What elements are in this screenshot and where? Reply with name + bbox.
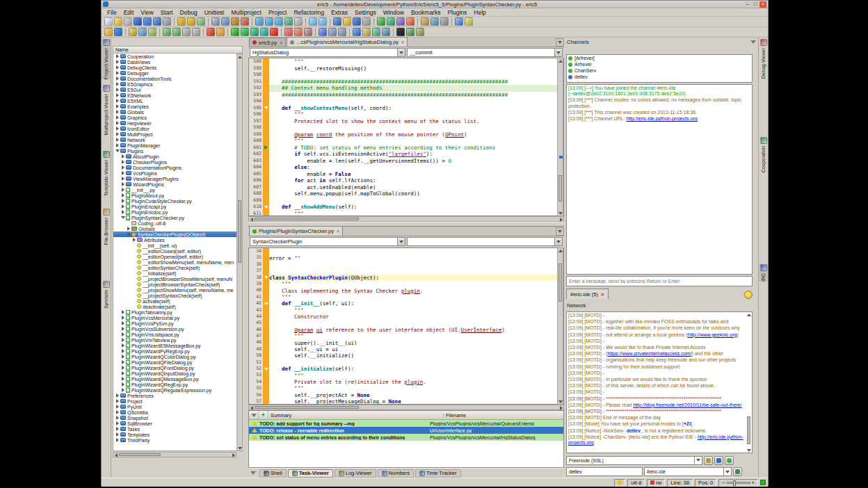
tree-expander[interactable] xyxy=(115,76,120,81)
close-project-icon[interactable] xyxy=(362,17,371,26)
menu-debug[interactable]: Debug xyxy=(177,9,201,16)
editor-tab[interactable]: Plugins/PluginSyntaxChecker.py× xyxy=(249,226,343,236)
fold-margin[interactable] xyxy=(263,124,269,131)
away-icon[interactable] xyxy=(725,456,734,465)
editor-tab[interactable]: eric5.py× xyxy=(249,38,286,47)
zoom-out-icon[interactable] xyxy=(319,17,327,26)
copy-icon[interactable] xyxy=(221,17,230,26)
tab-list-dropdown[interactable] xyxy=(556,227,564,236)
tree-item[interactable]: __editorOpened(self, editor) xyxy=(113,254,242,259)
close-icon[interactable]: × xyxy=(601,291,604,298)
tree-expander[interactable] xyxy=(120,388,125,392)
maximize-button[interactable]: □ xyxy=(752,1,759,8)
tree-expander[interactable] xyxy=(120,316,125,320)
bottom-editor-code[interactable]: 3435error = ""363738class SyntaxCheckerP… xyxy=(248,247,564,405)
fold-margin[interactable] xyxy=(263,204,269,211)
chevron-down-icon[interactable] xyxy=(397,49,405,56)
fold-margin[interactable] xyxy=(263,366,269,372)
fold-margin[interactable] xyxy=(263,184,269,191)
redo-icon[interactable] xyxy=(187,17,195,26)
code-line[interactable]: 609 xyxy=(249,197,563,204)
tree-expander[interactable] xyxy=(120,355,125,359)
tree-item[interactable]: __init__(self, ui) xyxy=(113,243,242,248)
tree-item[interactable]: __projectBrowserShowMenu(self, menuN xyxy=(113,276,242,282)
log-window-icon[interactable] xyxy=(416,28,424,36)
fold-margin[interactable] xyxy=(263,352,269,359)
compare-files-icon[interactable] xyxy=(431,17,439,26)
tree-item[interactable]: Snapshot xyxy=(113,415,242,421)
user-list-item[interactable]: Arfrever xyxy=(567,61,752,67)
code-line[interactable]: 591 ####################################… xyxy=(249,79,563,86)
chevron-down-icon[interactable] xyxy=(554,238,562,245)
column-header-filename[interactable]: Filename xyxy=(444,413,563,418)
profile-script-icon[interactable] xyxy=(396,17,405,26)
user-list-item[interactable]: ChanServ xyxy=(567,67,752,74)
tree-item[interactable]: PyUnit xyxy=(113,404,242,409)
bottom-editor-vscrollbar[interactable] xyxy=(557,247,563,405)
tree-expander[interactable] xyxy=(115,121,120,125)
code-line[interactable]: 56 self.__projectAct = None xyxy=(249,392,563,398)
fold-margin[interactable] xyxy=(263,333,269,339)
tree-item[interactable]: PluginWizardE5MessageBox.py xyxy=(113,343,242,348)
fold-margin[interactable] xyxy=(263,300,269,307)
close-icon[interactable]: × xyxy=(401,40,404,44)
code-line[interactable]: 594 xyxy=(249,98,563,105)
menu-file[interactable]: File xyxy=(104,9,120,16)
tree-expander[interactable] xyxy=(115,149,120,152)
menu-view[interactable]: View xyxy=(137,9,156,16)
fold-margin[interactable] xyxy=(263,261,269,268)
server-combo[interactable]: Freenode (SSL) xyxy=(566,456,702,465)
menu-multiproject[interactable]: Multiproject xyxy=(227,9,264,16)
tree-expander[interactable] xyxy=(115,71,120,75)
fold-margin[interactable] xyxy=(263,314,269,320)
code-line[interactable]: 53 """ xyxy=(249,372,563,378)
tree-item[interactable]: Templates xyxy=(113,432,242,437)
user-list-item[interactable]: detlev xyxy=(567,74,752,80)
tree-expander[interactable] xyxy=(115,82,120,86)
tree-item[interactable]: ViewManagerPlugins xyxy=(113,176,242,181)
code-line[interactable]: 54 Private slot to (re)initialize the pl… xyxy=(249,379,563,385)
top-editor-vscrollbar[interactable] xyxy=(557,58,563,216)
tree-item[interactable]: PluginWizardPyRegExp.py xyxy=(113,348,242,354)
tree-expander[interactable] xyxy=(115,393,120,398)
code-line[interactable]: 606 for act in self.lfActions: xyxy=(249,177,563,184)
code-line[interactable]: 608 self.menu.popup(self.mapToGlobal(coo… xyxy=(249,190,563,197)
plugin-install-icon[interactable] xyxy=(372,28,380,36)
tree-item[interactable]: Globals xyxy=(113,109,242,115)
tree-item[interactable]: E5Network xyxy=(113,92,242,98)
top-editor-code[interactable]: 588 """589 self.__restoreMissing()590591… xyxy=(248,58,564,216)
tree-expander[interactable] xyxy=(115,399,120,403)
code-line[interactable]: 37 xyxy=(249,268,563,274)
tree-expander[interactable] xyxy=(120,321,125,325)
tree-item[interactable]: PluginWizardQFileDialog.py xyxy=(113,359,242,365)
tree-item[interactable]: PluginWizardQInputDialog.py xyxy=(113,371,242,376)
tree-expander[interactable] xyxy=(120,177,125,181)
tree-expander[interactable] xyxy=(120,343,125,348)
menu-edit[interactable]: Edit xyxy=(120,9,138,16)
delete-icon[interactable] xyxy=(241,17,249,26)
fold-margin[interactable] xyxy=(263,275,269,281)
menu-start[interactable]: Start xyxy=(157,9,177,16)
clear-breakpoints-icon[interactable] xyxy=(304,28,312,36)
tree-item[interactable]: AboutPlugin xyxy=(113,154,242,159)
code-line[interactable]: 602 if self.vcs.isExtensionActive("large… xyxy=(249,151,563,158)
code-line[interactable]: 40 Class implementing the Syntax Checker… xyxy=(249,287,563,293)
task-window-icon[interactable] xyxy=(406,28,415,36)
west-tab-file-browser[interactable]: File-Browser xyxy=(102,209,111,245)
code-line[interactable]: 39 """ xyxy=(249,281,563,287)
fold-margin[interactable] xyxy=(263,151,269,158)
tree-item[interactable]: PluginVmListspace.py xyxy=(113,332,242,337)
paste-icon[interactable] xyxy=(231,17,239,26)
minimize-button[interactable]: – xyxy=(744,1,751,8)
tree-item[interactable]: E5Graphics xyxy=(113,81,242,87)
user-list-item[interactable]: [Arfrever] xyxy=(567,55,752,61)
tab-list-dropdown[interactable] xyxy=(556,38,564,47)
tree-expander[interactable] xyxy=(120,204,125,209)
fold-margin[interactable] xyxy=(263,281,269,287)
help-icon[interactable] xyxy=(455,17,463,26)
comment-icon[interactable] xyxy=(163,28,171,36)
encoding-indicator[interactable]: utf-8 xyxy=(627,479,645,487)
code-line[interactable]: 41 """ xyxy=(249,294,563,300)
print-icon[interactable] xyxy=(163,17,171,26)
code-line[interactable]: 605 enable = False xyxy=(249,171,563,178)
